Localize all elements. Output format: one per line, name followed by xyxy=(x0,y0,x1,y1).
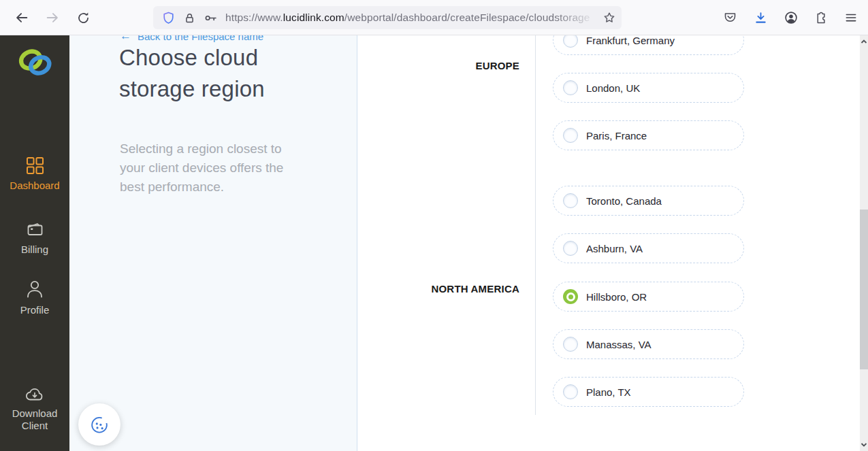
grid-icon xyxy=(26,156,44,175)
sidebar-item-profile[interactable]: Profile xyxy=(0,279,69,316)
region-option-label: Toronto, Canada xyxy=(586,195,662,207)
radio-icon xyxy=(563,128,578,143)
radio-icon xyxy=(563,241,578,256)
back-link-label: Back to the Filespace name xyxy=(138,35,263,42)
pocket-button[interactable] xyxy=(718,6,741,29)
cookie-consent-button[interactable] xyxy=(78,403,120,446)
sidebar-item-download-client[interactable]: Download Client xyxy=(0,385,69,432)
sidebar-item-label: Profile xyxy=(5,304,64,316)
pocket-icon xyxy=(723,11,737,25)
sidebar: Dashboard Billing Profile Download Clien… xyxy=(0,35,69,451)
radio-icon xyxy=(563,35,578,48)
region-option-ashburn[interactable]: Ashburn, VA xyxy=(553,233,744,263)
url-prefix: https://www. xyxy=(225,12,283,23)
account-icon xyxy=(784,10,799,25)
group-label-europe: EUROPE xyxy=(357,58,519,73)
cloud-download-icon xyxy=(25,385,45,403)
left-panel: ← Back to the Filespace name Choose clou… xyxy=(69,35,357,451)
browser-toolbar: https://www.lucidlink.com/webportal/dash… xyxy=(0,0,868,35)
group-divider xyxy=(535,35,536,415)
scroll-up-arrow-icon[interactable] xyxy=(860,37,868,46)
url-bar[interactable]: https://www.lucidlink.com/webportal/dash… xyxy=(153,6,622,29)
permissions-key-icon[interactable] xyxy=(204,11,218,25)
account-button[interactable] xyxy=(779,6,803,29)
reload-button[interactable] xyxy=(71,6,95,29)
region-option-plano[interactable]: Plano, TX xyxy=(553,377,744,407)
person-icon xyxy=(25,279,44,299)
downloads-button[interactable] xyxy=(749,6,772,29)
app-content: Dashboard Billing Profile Download Clien… xyxy=(0,35,868,451)
back-button[interactable] xyxy=(10,6,33,29)
region-option-label: London, UK xyxy=(586,82,640,94)
extensions-button[interactable] xyxy=(809,6,832,29)
region-option-london[interactable]: London, UK xyxy=(553,73,744,103)
forward-arrow-icon xyxy=(45,10,60,25)
reload-icon xyxy=(76,11,91,25)
back-arrow-icon xyxy=(14,10,29,25)
radio-icon xyxy=(563,384,578,399)
region-option-label: Ashburn, VA xyxy=(586,243,643,254)
radio-icon xyxy=(563,193,578,208)
puzzle-piece-icon xyxy=(814,11,827,24)
page-scrollbar[interactable] xyxy=(860,35,868,451)
page-description: Selecting a region closest to your clien… xyxy=(120,139,298,197)
url-path: /webportal/dashboard/createFilespace/clo… xyxy=(344,12,590,23)
region-option-toronto[interactable]: Toronto, Canada xyxy=(553,186,744,216)
region-option-label: Manassas, VA xyxy=(586,339,652,350)
region-option-label: Hillsboro, OR xyxy=(586,291,647,303)
region-option-hillsboro[interactable]: Hillsboro, OR xyxy=(553,282,744,312)
region-option-label: Frankfurt, Germany xyxy=(586,35,675,46)
scroll-down-arrow-icon[interactable] xyxy=(860,440,868,450)
cookie-icon xyxy=(87,412,112,437)
region-option-paris[interactable]: Paris, France xyxy=(553,120,744,150)
wallet-icon xyxy=(26,220,44,239)
url-text[interactable]: https://www.lucidlink.com/webportal/dash… xyxy=(225,12,600,24)
menu-button[interactable] xyxy=(839,6,863,29)
page-title: Choose cloud storage region xyxy=(119,42,303,105)
group-label-north-america: NORTH AMERICA xyxy=(357,281,519,297)
region-option-label: Paris, France xyxy=(586,130,647,141)
sidebar-item-billing[interactable]: Billing xyxy=(0,220,69,256)
region-option-label: Plano, TX xyxy=(586,386,631,398)
lock-icon[interactable] xyxy=(183,12,196,24)
lucidlink-logo xyxy=(14,42,56,84)
sidebar-item-label: Dashboard xyxy=(5,180,64,192)
sidebar-item-label: Download Client xyxy=(5,407,64,432)
radio-icon xyxy=(563,80,578,95)
bookmark-star-icon[interactable] xyxy=(602,11,616,24)
scrollbar-thumb[interactable] xyxy=(860,210,868,369)
tracking-protection-shield-icon[interactable] xyxy=(161,11,176,25)
hamburger-menu-icon xyxy=(844,11,858,24)
url-domain: lucidlink.com xyxy=(283,12,344,23)
region-selection-panel: EUROPE NORTH AMERICA Frankfurt, Germany … xyxy=(357,35,860,451)
forward-button[interactable] xyxy=(41,6,64,29)
sidebar-item-label: Billing xyxy=(5,244,64,256)
radio-selected-icon xyxy=(563,289,578,304)
region-option-manassas[interactable]: Manassas, VA xyxy=(553,329,744,359)
radio-icon xyxy=(563,337,578,352)
region-option-frankfurt[interactable]: Frankfurt, Germany xyxy=(553,35,744,55)
download-icon xyxy=(754,11,768,25)
sidebar-item-dashboard[interactable]: Dashboard xyxy=(0,156,69,192)
